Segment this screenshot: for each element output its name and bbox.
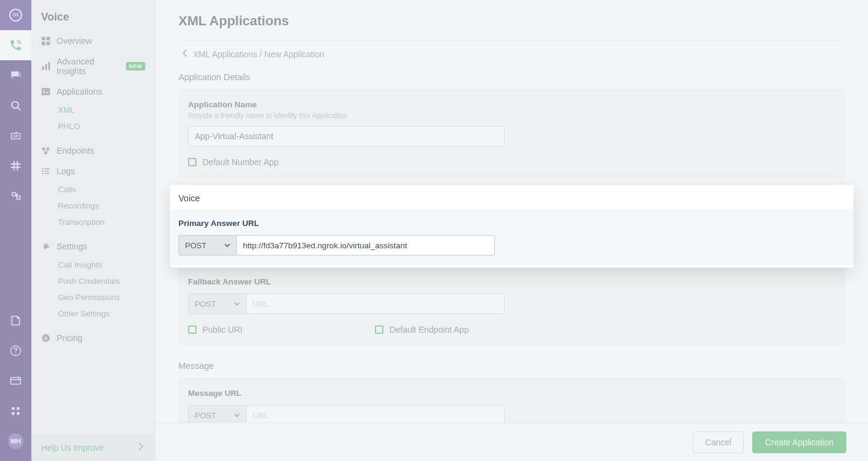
- dashboard-icon: [41, 36, 51, 46]
- section-application-details: Application Details: [178, 72, 845, 82]
- chevron-right-icon: [137, 442, 145, 453]
- svg-rect-23: [45, 64, 47, 70]
- svg-point-6: [17, 15, 18, 16]
- panel-voice-continued: Hangup URL POST Fallback Answer URL: [178, 268, 845, 345]
- chevron-down-icon: [234, 299, 240, 309]
- input-fallback-answer-url[interactable]: [246, 293, 505, 314]
- breadcrumb[interactable]: XML Applications / New Application: [182, 49, 845, 59]
- nav-billing-icon[interactable]: [0, 366, 31, 396]
- sidebar-item-label: Endpoints: [57, 146, 94, 155]
- checkbox-default-endpoint-app[interactable]: Default Endpoint App: [375, 325, 469, 334]
- label-application-name: Application Name: [188, 100, 835, 109]
- nav-docs-icon[interactable]: [0, 306, 31, 336]
- svg-rect-22: [42, 66, 44, 70]
- gear-icon: [41, 242, 51, 251]
- endpoints-icon: [41, 146, 51, 155]
- list-icon: [41, 166, 51, 176]
- svg-point-1: [13, 13, 14, 14]
- select-value: POST: [195, 299, 216, 309]
- svg-text:$: $: [45, 336, 48, 341]
- select-value: POST: [195, 411, 216, 420]
- sidebar-item-endpoints[interactable]: Endpoints: [31, 140, 155, 161]
- select-primary-method[interactable]: POST: [178, 235, 236, 256]
- label-message-url: Message URL: [188, 389, 835, 398]
- chevron-left-icon: [182, 49, 188, 59]
- page-title: XML Applications: [178, 13, 845, 29]
- terminal-icon: [41, 87, 51, 96]
- svg-point-29: [42, 168, 44, 170]
- svg-rect-14: [12, 407, 15, 410]
- sidebar-item-logs[interactable]: Logs: [31, 161, 155, 181]
- nav-help-icon[interactable]: [0, 336, 31, 366]
- sidebar-subitem-phlo[interactable]: PHLO: [31, 118, 155, 134]
- sidebar-item-settings[interactable]: Settings: [31, 236, 155, 257]
- nav-account-avatar[interactable]: MH: [0, 426, 31, 456]
- svg-rect-26: [42, 148, 45, 150]
- sidebar-subitem-transcription[interactable]: Transcription: [31, 214, 155, 230]
- sidebar-item-applications[interactable]: Applications: [31, 81, 155, 102]
- nav-voice-icon[interactable]: [0, 30, 31, 60]
- input-application-name[interactable]: [188, 126, 505, 146]
- section-voice: Voice: [178, 193, 845, 203]
- nav-sip-icon[interactable]: SIP: [0, 121, 31, 151]
- sidebar-item-label: Pricing: [57, 333, 83, 343]
- sidebar-help-improve[interactable]: Help Us Improve: [31, 434, 155, 461]
- sidebar-item-advanced-insights[interactable]: Advanced Insights NEW: [31, 51, 155, 81]
- breadcrumb-text: XML Applications / New Application: [193, 49, 324, 59]
- svg-rect-16: [12, 412, 15, 415]
- sidebar-subitem-other-settings[interactable]: Other Settings: [31, 306, 155, 322]
- label-primary-answer-url: Primary Answer URL: [178, 219, 845, 228]
- nav-messaging-icon[interactable]: [0, 60, 31, 90]
- brand-logo-icon[interactable]: [0, 0, 31, 30]
- divider: [178, 40, 845, 40]
- checkbox-icon: [375, 325, 383, 334]
- sidebar-item-label: Logs: [57, 166, 75, 176]
- sidebar-subitem-calls[interactable]: Calls: [31, 181, 155, 198]
- sidebar-item-label: Settings: [57, 242, 87, 251]
- section-message: Message: [178, 361, 845, 371]
- checkbox-icon: [188, 325, 197, 334]
- chevron-down-icon: [234, 411, 240, 420]
- chevron-down-icon: [224, 241, 230, 250]
- nav-lookup-icon[interactable]: [0, 90, 31, 121]
- sidebar-subitem-geo-permissions[interactable]: Geo Permissions: [31, 289, 155, 306]
- svg-point-3: [17, 13, 18, 14]
- sidebar-item-pricing[interactable]: $ Pricing: [31, 328, 155, 348]
- badge-new: NEW: [126, 62, 146, 71]
- sidebar-item-label: Overview: [57, 36, 92, 46]
- nav-numbers-icon[interactable]: [0, 151, 31, 181]
- input-primary-answer-url[interactable]: [236, 235, 495, 256]
- checkbox-label: Default Number App: [203, 157, 278, 167]
- sidebar-subitem-recordings[interactable]: Recordings: [31, 198, 155, 214]
- cancel-button[interactable]: Cancel: [693, 431, 744, 453]
- svg-rect-32: [45, 171, 49, 172]
- svg-rect-28: [45, 152, 48, 154]
- checkbox-public-uri[interactable]: Public URI: [188, 325, 242, 334]
- svg-rect-18: [42, 37, 45, 40]
- sidebar-subitem-call-insights[interactable]: Call Insights: [31, 257, 155, 273]
- svg-point-4: [13, 15, 14, 16]
- create-application-button[interactable]: Create Application: [752, 431, 846, 453]
- help-improve-label: Help Us Improve: [41, 443, 104, 453]
- svg-rect-17: [17, 412, 20, 415]
- svg-rect-20: [42, 42, 45, 45]
- svg-point-31: [42, 171, 44, 172]
- nav-apps-icon[interactable]: [0, 396, 31, 426]
- avatar-initials: MH: [8, 433, 24, 449]
- checkbox-label: Public URI: [203, 325, 242, 334]
- sidebar-subitem-push-credentials[interactable]: Push Credentials: [31, 273, 155, 289]
- dollar-icon: $: [41, 333, 51, 343]
- svg-text:SIP: SIP: [13, 134, 19, 138]
- select-fallback-method[interactable]: POST: [188, 293, 246, 314]
- svg-point-2: [15, 13, 16, 14]
- sidebar-subitem-xml[interactable]: XML: [31, 102, 155, 118]
- checkbox-default-number-app[interactable]: Default Number App: [188, 157, 835, 167]
- sidebar-item-overview[interactable]: Overview: [31, 31, 155, 51]
- select-value: POST: [185, 241, 206, 250]
- panel-application-details: Application Name Provide a friendly name…: [178, 89, 845, 178]
- svg-rect-25: [42, 88, 50, 95]
- nav-trunk-icon[interactable]: [0, 181, 31, 211]
- svg-rect-24: [48, 62, 50, 70]
- sidebar-item-label: Advanced Insights: [57, 57, 119, 76]
- svg-rect-27: [46, 148, 49, 150]
